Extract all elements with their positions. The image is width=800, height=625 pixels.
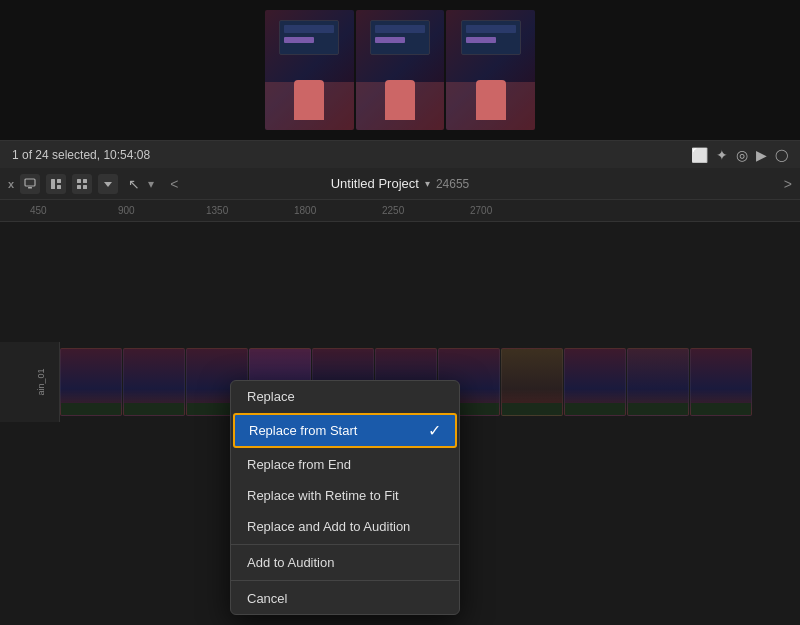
menu-item-replace-audition[interactable]: Replace and Add to Audition (231, 511, 459, 542)
menu-item-cancel[interactable]: Cancel (231, 583, 459, 614)
menu-item-replace-from-end-label: Replace from End (247, 457, 351, 472)
app-window: 1 of 24 selected, 10:54:08 ⬜ ✦ ◎ ▶ ◯ x (0, 0, 800, 625)
menu-item-replace-from-start-check: ✓ (428, 421, 441, 440)
menu-item-cancel-label: Cancel (247, 591, 287, 606)
menu-item-replace-retime-label: Replace with Retime to Fit (247, 488, 399, 503)
menu-item-replace-from-end[interactable]: Replace from End (231, 449, 459, 480)
context-menu-overlay: Replace Replace from Start ✓ Replace fro… (0, 0, 800, 625)
menu-item-replace-retime[interactable]: Replace with Retime to Fit (231, 480, 459, 511)
menu-item-replace[interactable]: Replace (231, 381, 459, 412)
context-menu: Replace Replace from Start ✓ Replace fro… (230, 380, 460, 615)
menu-item-add-audition[interactable]: Add to Audition (231, 547, 459, 578)
menu-item-replace-label: Replace (247, 389, 295, 404)
menu-item-add-audition-label: Add to Audition (247, 555, 334, 570)
menu-item-replace-audition-label: Replace and Add to Audition (247, 519, 410, 534)
menu-separator-2 (231, 580, 459, 581)
menu-item-replace-from-start[interactable]: Replace from Start ✓ (233, 413, 457, 448)
menu-item-replace-from-start-label: Replace from Start (249, 423, 357, 438)
menu-separator-1 (231, 544, 459, 545)
